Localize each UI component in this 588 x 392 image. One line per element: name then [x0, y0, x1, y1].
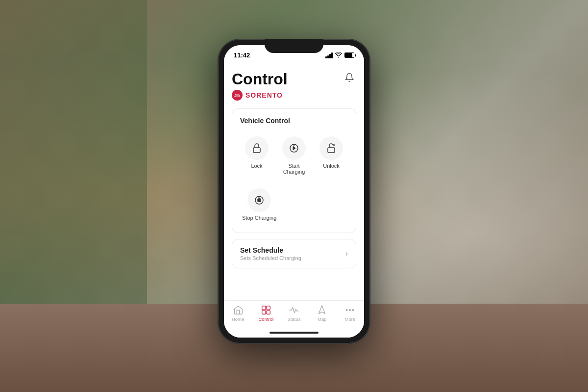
home-icon	[233, 305, 244, 315]
vehicle-name: SORENTO	[245, 91, 283, 99]
lock-icon	[251, 142, 263, 154]
page-title: Control	[232, 71, 288, 88]
schedule-subtitle: Sets Scheduled Charging	[240, 255, 301, 261]
unlock-button[interactable]: Unlock	[315, 132, 348, 179]
svg-rect-4	[258, 199, 261, 202]
control-grid-row2: Stop Charging	[240, 184, 348, 225]
start-charging-button[interactable]: Start Charging	[277, 132, 311, 179]
control-grid-row1: Lock Start Chargin	[240, 132, 348, 179]
wifi-icon	[335, 52, 342, 58]
svg-rect-8	[267, 310, 270, 314]
start-charging-icon-wrap	[282, 136, 306, 160]
notifications-button[interactable]	[343, 71, 356, 86]
signal-icon	[325, 52, 333, 58]
phone-device: 11:42	[218, 39, 370, 343]
schedule-title: Set Schedule	[240, 246, 301, 254]
more-icon	[344, 305, 355, 315]
nav-status-label: Status	[288, 316, 301, 322]
stop-charging-icon-wrap	[247, 188, 271, 212]
app-content: Control SORENTO	[224, 63, 364, 300]
stop-charging-label: Stop Charging	[242, 215, 276, 221]
nav-more[interactable]: More	[336, 305, 364, 323]
scene-container: 11:42	[0, 0, 588, 392]
svg-point-9	[346, 309, 348, 311]
home-indicator	[224, 329, 364, 338]
map-icon	[317, 305, 327, 315]
svg-point-11	[352, 309, 354, 311]
unlock-icon-wrap	[319, 136, 343, 160]
phone-notch	[265, 39, 323, 53]
vehicle-badge: SORENTO	[232, 90, 288, 101]
app-header: Control SORENTO	[232, 71, 356, 101]
nav-control[interactable]: Control	[252, 305, 280, 323]
vehicle-control-card: Vehicle Control Lock	[232, 108, 356, 233]
home-bar	[270, 332, 318, 334]
lock-label: Lock	[251, 163, 262, 169]
phone-screen: 11:42	[224, 45, 364, 338]
svg-rect-7	[262, 310, 266, 314]
stop-charging-icon	[253, 194, 265, 206]
phone-body: 11:42	[218, 39, 370, 343]
stop-charging-button[interactable]: Stop Charging	[240, 184, 278, 225]
lock-button[interactable]: Lock	[240, 132, 273, 179]
vehicle-icon	[232, 90, 243, 101]
chevron-right-icon: ›	[345, 249, 348, 258]
header-left: Control SORENTO	[232, 71, 288, 101]
nav-control-label: Control	[258, 316, 273, 322]
nav-map[interactable]: Map	[308, 305, 336, 323]
control-icon	[261, 305, 271, 315]
status-time: 11:42	[234, 52, 250, 59]
unlock-label: Unlock	[323, 163, 340, 169]
svg-rect-6	[267, 306, 270, 309]
unlock-icon	[325, 142, 337, 154]
schedule-left: Set Schedule Sets Scheduled Charging	[240, 246, 301, 261]
vehicle-control-title: Vehicle Control	[240, 117, 348, 125]
bottom-nav: Home Control	[224, 300, 364, 329]
nav-home-label: Home	[232, 316, 244, 322]
svg-rect-0	[253, 148, 260, 153]
nav-home[interactable]: Home	[224, 305, 252, 323]
bell-icon	[344, 73, 354, 82]
svg-point-10	[349, 309, 351, 311]
lock-icon-wrap	[245, 136, 269, 160]
start-charging-icon	[288, 142, 300, 154]
status-icons	[325, 52, 354, 58]
nav-status[interactable]: Status	[280, 305, 308, 323]
start-charging-label: Start Charging	[279, 163, 309, 175]
nav-map-label: Map	[318, 316, 326, 322]
svg-rect-5	[262, 306, 266, 309]
nav-more-label: More	[345, 316, 356, 322]
battery-icon	[344, 52, 354, 58]
schedule-card[interactable]: Set Schedule Sets Scheduled Charging ›	[232, 239, 356, 268]
status-icon	[289, 305, 299, 315]
svg-rect-2	[328, 148, 335, 153]
